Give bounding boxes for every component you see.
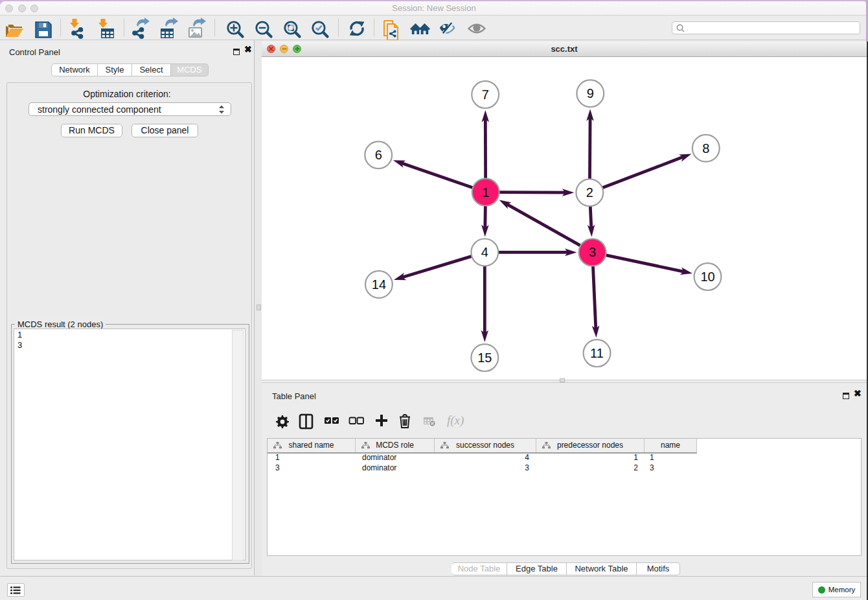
svg-text:15: 15 xyxy=(477,351,492,365)
svg-text:2: 2 xyxy=(586,185,593,200)
svg-text:9: 9 xyxy=(587,86,594,100)
svg-text:10: 10 xyxy=(700,270,714,284)
svg-text:11: 11 xyxy=(590,346,604,360)
svg-text:14: 14 xyxy=(372,277,386,292)
svg-text:6: 6 xyxy=(375,148,382,162)
svg-text:1: 1 xyxy=(482,185,489,200)
svg-text:4: 4 xyxy=(481,245,488,259)
svg-text:7: 7 xyxy=(482,87,489,102)
svg-text:3: 3 xyxy=(589,245,596,259)
svg-text:8: 8 xyxy=(702,141,709,156)
